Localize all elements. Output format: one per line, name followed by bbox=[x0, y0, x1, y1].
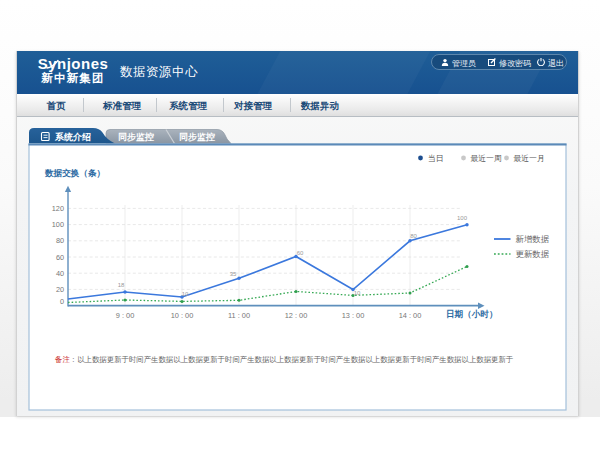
svg-text:35: 35 bbox=[230, 271, 237, 277]
svg-text:系统介绍: 系统介绍 bbox=[54, 132, 91, 142]
svg-text:14 : 00: 14 : 00 bbox=[399, 311, 422, 320]
svg-text:100: 100 bbox=[457, 215, 468, 221]
svg-text:10 : 00: 10 : 00 bbox=[171, 311, 194, 320]
svg-text:数据交换（条）: 数据交换（条） bbox=[44, 168, 105, 178]
svg-text:12 : 00: 12 : 00 bbox=[285, 311, 308, 320]
svg-text:10: 10 bbox=[354, 290, 361, 296]
svg-text:80: 80 bbox=[410, 233, 417, 239]
svg-text:100: 100 bbox=[52, 220, 64, 229]
svg-text:同步监控: 同步监控 bbox=[118, 132, 154, 142]
svg-text:13 : 00: 13 : 00 bbox=[342, 311, 365, 320]
svg-text:最近一周: 最近一周 bbox=[471, 154, 502, 163]
svg-text:20: 20 bbox=[56, 285, 64, 294]
svg-text:40: 40 bbox=[56, 269, 64, 278]
svg-text:80: 80 bbox=[56, 236, 64, 245]
svg-text:18: 18 bbox=[118, 282, 125, 288]
svg-text:120: 120 bbox=[52, 204, 64, 213]
svg-text:60: 60 bbox=[297, 250, 304, 256]
svg-text:新增数据: 新增数据 bbox=[516, 234, 550, 244]
svg-text:日期（小时）: 日期（小时） bbox=[446, 309, 498, 319]
svg-text:0: 0 bbox=[60, 297, 64, 306]
svg-text:最近一月: 最近一月 bbox=[514, 154, 545, 163]
svg-text:当日: 当日 bbox=[428, 154, 444, 163]
svg-text:10: 10 bbox=[182, 291, 189, 297]
svg-text:60: 60 bbox=[56, 253, 64, 262]
svg-text:11 : 00: 11 : 00 bbox=[228, 311, 250, 320]
svg-text:更新数据: 更新数据 bbox=[516, 249, 550, 259]
svg-text:9 : 00: 9 : 00 bbox=[116, 311, 135, 320]
svg-text:同步监控: 同步监控 bbox=[179, 132, 215, 142]
